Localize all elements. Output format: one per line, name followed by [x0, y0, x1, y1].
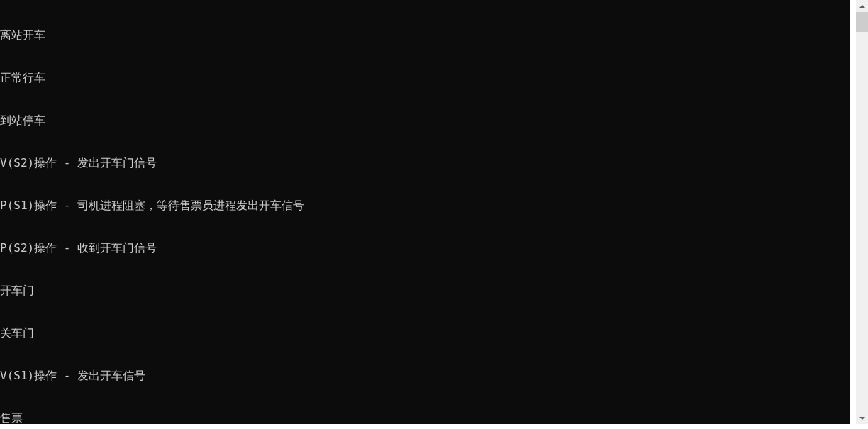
console-window: 离站开车 正常行车 到站停车 V(S2)操作 - 发出开车门信号 P(S1)操作…	[0, 0, 850, 424]
console-line: 开车门	[0, 284, 850, 298]
console-line: V(S1)操作 - 发出开车信号	[0, 369, 850, 383]
scrollbar-thumb[interactable]	[856, 12, 868, 32]
console-line: 售票	[0, 411, 850, 424]
console-line: V(S2)操作 - 发出开车门信号	[0, 156, 850, 170]
console-line: 到站停车	[0, 113, 850, 128]
scrollbar-vertical[interactable]	[856, 0, 868, 424]
chevron-down-icon	[859, 417, 865, 420]
chevron-up-icon	[859, 5, 865, 8]
scrollbar-button-down[interactable]	[856, 412, 868, 424]
console-content: 离站开车 正常行车 到站停车 V(S2)操作 - 发出开车门信号 P(S1)操作…	[0, 0, 850, 424]
console-line: 离站开车	[0, 28, 850, 43]
console-line: P(S1)操作 - 司机进程阻塞，等待售票员进程发出开车信号	[0, 199, 850, 213]
bottom-strip	[0, 424, 868, 429]
console-line: P(S2)操作 - 收到开车门信号	[0, 241, 850, 255]
console-line: 关车门	[0, 326, 850, 340]
scrollbar-button-up[interactable]	[856, 0, 868, 12]
console-line: 正常行车	[0, 71, 850, 85]
